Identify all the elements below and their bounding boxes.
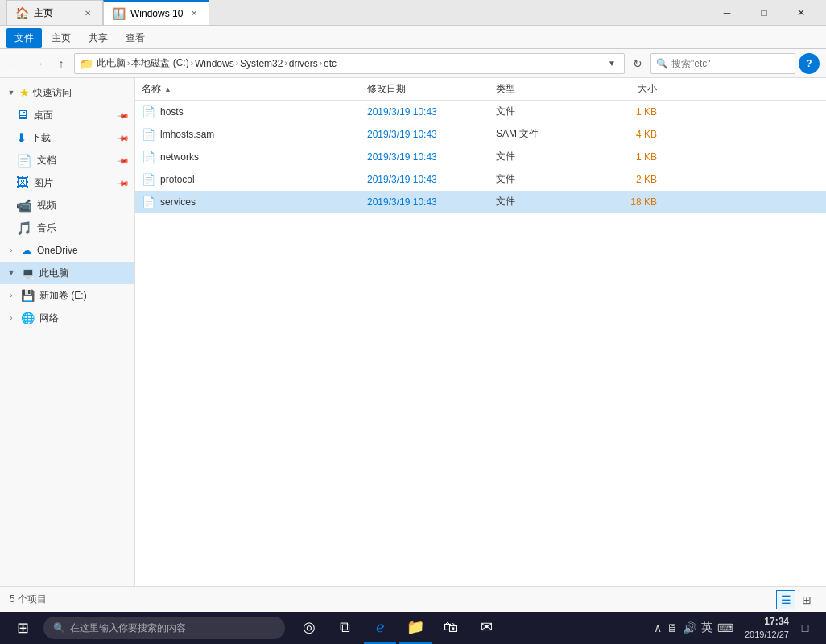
sidebar-videos-label: 视频 xyxy=(37,199,56,213)
file-name: services xyxy=(160,196,196,208)
sidebar-network[interactable]: › 🌐 网络 xyxy=(0,307,134,329)
path-etc[interactable]: etc xyxy=(324,58,337,69)
tab-home[interactable]: 🏠 主页 ✕ xyxy=(6,0,103,25)
file-row[interactable]: 📄 protocol 2019/3/19 10:43 文件 2 KB xyxy=(135,168,826,191)
onedrive-expand[interactable]: › xyxy=(6,246,16,255)
quick-access-expand[interactable]: ▼ xyxy=(6,88,16,97)
file-row[interactable]: 📄 networks 2019/3/19 10:43 文件 1 KB xyxy=(135,146,826,168)
file-name-cell: 📄 networks xyxy=(142,151,367,163)
path-system32[interactable]: System32 xyxy=(240,58,283,69)
taskbar-store[interactable]: 🛍 xyxy=(435,612,467,644)
quick-access-header[interactable]: ▼ ★ 快速访问 xyxy=(0,81,134,104)
file-row[interactable]: 📄 hosts 2019/3/19 10:43 文件 1 KB xyxy=(135,101,826,123)
tab-windows10[interactable]: 🪟 Windows 10 ✕ xyxy=(103,0,209,25)
ribbon-file[interactable]: 文件 xyxy=(6,28,42,48)
file-icon: 📄 xyxy=(142,128,155,141)
file-name: hosts xyxy=(160,106,184,118)
this-pc-expand[interactable]: ▼ xyxy=(6,268,16,278)
refresh-button[interactable]: ↻ xyxy=(628,54,647,73)
start-button[interactable]: ⊞ xyxy=(3,612,42,644)
path-drivers[interactable]: drivers xyxy=(289,58,318,69)
path-windows[interactable]: Windows xyxy=(195,58,234,69)
file-area: 名称 ▲ 修改日期 类型 大小 📄 hosts 2019/3/19 10:43 … xyxy=(135,78,826,587)
search-input[interactable] xyxy=(671,58,790,69)
pin-icon-pictures: 📌 xyxy=(117,176,130,189)
new-volume-expand[interactable]: › xyxy=(6,291,16,300)
lang-indicator[interactable]: 英 xyxy=(701,621,712,635)
pin-icon-downloads: 📌 xyxy=(117,131,130,144)
ribbon-view[interactable]: 查看 xyxy=(118,28,153,48)
help-button[interactable]: ? xyxy=(799,53,820,74)
sidebar-this-pc-label: 此电脑 xyxy=(39,266,68,280)
search-box[interactable]: 🔍 xyxy=(650,53,795,74)
file-size: 4 KB xyxy=(593,129,657,140)
column-type[interactable]: 类型 xyxy=(496,82,593,96)
title-tabs: 🏠 主页 ✕ 🪟 Windows 10 ✕ xyxy=(6,0,708,25)
file-date: 2019/3/19 10:43 xyxy=(367,151,496,163)
up-button[interactable]: ↑ xyxy=(52,54,71,73)
sidebar-downloads[interactable]: ⬇ 下载 📌 xyxy=(0,126,134,149)
sidebar-desktop[interactable]: 🖥 桌面 📌 xyxy=(0,104,134,126)
file-row[interactable]: 📄 services 2019/3/19 10:43 文件 18 KB xyxy=(135,191,826,213)
column-date[interactable]: 修改日期 xyxy=(367,82,496,96)
sidebar-videos[interactable]: 📹 视频 xyxy=(0,194,134,217)
pin-icon-documents: 📌 xyxy=(117,154,130,167)
address-box[interactable]: 📁 此电脑 › 本地磁盘 (C:) › Windows › System32 ›… xyxy=(74,53,625,74)
file-type: 文件 xyxy=(496,172,593,186)
sidebar-pictures[interactable]: 🖼 图片 📌 xyxy=(0,171,134,194)
taskbar-edge[interactable]: ℯ xyxy=(364,612,396,644)
column-size[interactable]: 大小 xyxy=(593,82,657,96)
tab-home-close[interactable]: ✕ xyxy=(81,6,94,19)
file-date: 2019/3/19 10:43 xyxy=(367,174,496,185)
file-icon: 📄 xyxy=(142,151,155,163)
notification-button[interactable]: □ xyxy=(794,612,816,644)
back-button[interactable]: ← xyxy=(6,54,26,73)
column-name[interactable]: 名称 ▲ xyxy=(142,82,367,96)
file-row[interactable]: 📄 lmhosts.sam 2019/3/19 10:43 SAM 文件 4 K… xyxy=(135,123,826,146)
ribbon-share[interactable]: 共享 xyxy=(81,28,116,48)
file-name-cell: 📄 hosts xyxy=(142,105,367,118)
file-name: networks xyxy=(160,151,199,163)
taskbar-cortana[interactable]: ◎ xyxy=(293,612,325,644)
path-local-disk[interactable]: 本地磁盘 (C:) xyxy=(131,56,188,70)
file-type: 文件 xyxy=(496,195,593,208)
file-name: lmhosts.sam xyxy=(160,129,214,140)
folder-icon: 📁 xyxy=(80,57,93,70)
chevron-up-icon[interactable]: ∧ xyxy=(654,621,662,634)
taskbar-clock[interactable]: 17:34 2019/12/27 xyxy=(745,615,789,641)
address-dropdown[interactable]: ▼ xyxy=(605,59,619,68)
taskbar-search[interactable]: 🔍 在这里输入你要搜索的内容 xyxy=(43,617,285,639)
file-type: SAM 文件 xyxy=(496,127,593,141)
minimize-button[interactable]: ─ xyxy=(708,0,745,26)
file-type: 文件 xyxy=(496,105,593,118)
search-icon: 🔍 xyxy=(656,58,668,69)
view-icons-button[interactable]: ⊞ xyxy=(797,590,816,609)
file-icon: 📄 xyxy=(142,173,155,186)
sidebar-documents[interactable]: 📄 文档 📌 xyxy=(0,149,134,171)
sidebar-new-volume[interactable]: › 💾 新加卷 (E:) xyxy=(0,284,134,307)
view-details-button[interactable]: ☰ xyxy=(776,590,795,609)
status-bar: 5 个项目 ☰ ⊞ xyxy=(0,586,826,612)
taskbar-right: ∧ 🖥 🔊 英 ⌨ 17:34 2019/12/27 □ xyxy=(654,612,823,644)
pin-icon-desktop: 📌 xyxy=(117,109,130,122)
network-expand[interactable]: › xyxy=(6,313,16,323)
taskbar-search-icon: 🔍 xyxy=(53,622,65,634)
ribbon-home[interactable]: 主页 xyxy=(43,28,79,48)
sidebar-music[interactable]: 🎵 音乐 xyxy=(0,217,134,239)
tab-windows10-close[interactable]: ✕ xyxy=(188,7,200,20)
file-date: 2019/3/19 10:43 xyxy=(367,129,496,140)
volume-icon[interactable]: 🔊 xyxy=(683,621,696,634)
taskbar-task-view[interactable]: ⧉ xyxy=(328,612,361,644)
sidebar: ▼ ★ 快速访问 🖥 桌面 📌 ⬇ 下载 📌 📄 文档 📌 🖼 图片 📌 📹 视… xyxy=(0,78,135,587)
maximize-button[interactable]: □ xyxy=(745,0,783,26)
path-this-pc[interactable]: 此电脑 xyxy=(97,56,126,70)
sidebar-onedrive[interactable]: › ☁ OneDrive xyxy=(0,239,134,262)
forward-button[interactable]: → xyxy=(29,54,48,73)
sidebar-this-pc[interactable]: ▼ 💻 此电脑 xyxy=(0,262,134,284)
taskbar-explorer[interactable]: 📁 xyxy=(399,612,432,644)
sidebar-documents-label: 文档 xyxy=(37,154,56,167)
network-tray-icon: 🖥 xyxy=(667,621,678,634)
close-button[interactable]: ✕ xyxy=(783,0,820,26)
keyboard-icon[interactable]: ⌨ xyxy=(717,621,733,634)
taskbar-mail[interactable]: ✉ xyxy=(470,612,502,644)
